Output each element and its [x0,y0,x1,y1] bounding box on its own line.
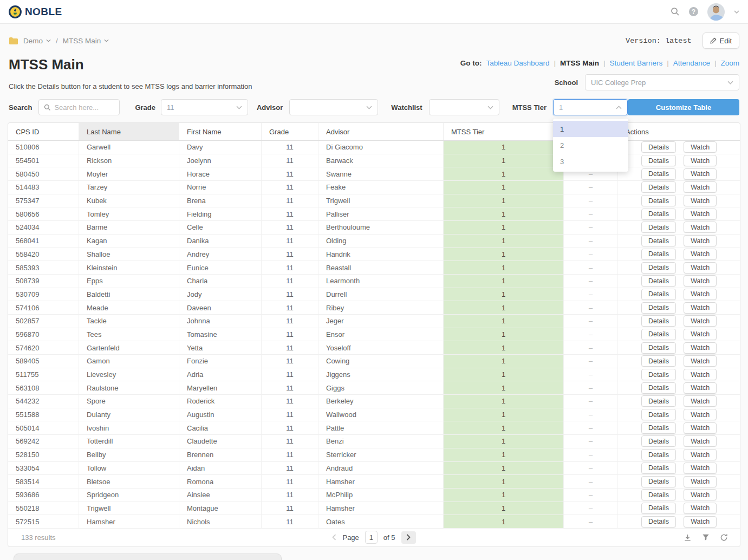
goto-link-zoom[interactable]: Zoom [720,59,739,67]
watch-button[interactable]: Watch [684,422,717,434]
help-icon[interactable]: ? [689,7,698,16]
watch-button[interactable]: Watch [684,329,717,340]
details-button[interactable]: Details [641,275,676,286]
details-button[interactable]: Details [641,141,676,153]
column-header-grade[interactable]: Grade [262,123,318,140]
watch-button[interactable]: Watch [684,209,717,220]
details-button[interactable]: Details [641,489,676,500]
column-header-actions[interactable]: Actions [618,123,740,140]
details-button[interactable]: Details [641,181,676,193]
details-button[interactable]: Details [641,249,676,260]
breadcrumb-item-demo[interactable]: Demo [23,37,51,45]
cell-actions: DetailsWatch [618,462,740,475]
watch-button[interactable]: Watch [684,302,717,314]
watch-button[interactable]: Watch [684,195,717,206]
goto-link-mtss-main[interactable]: MTSS Main [560,59,599,67]
watch-button[interactable]: Watch [684,342,717,354]
search-input[interactable] [54,103,114,112]
search-icon[interactable] [671,7,680,16]
details-button[interactable]: Details [641,516,676,528]
details-button[interactable]: Details [641,195,676,206]
watch-button[interactable]: Watch [684,262,717,274]
watch-button[interactable]: Watch [684,275,717,286]
page-number-input[interactable] [365,531,378,544]
grade-select[interactable]: 11 [161,99,248,115]
cell-advisor: Palliser [318,207,444,220]
watch-button[interactable]: Watch [684,369,717,380]
mtss-tier-option-2[interactable]: 2 [553,137,628,153]
details-button[interactable]: Details [641,315,676,327]
mtss-tier-option-3[interactable]: 3 [553,153,628,170]
details-button[interactable]: Details [641,503,676,514]
details-button[interactable]: Details [641,395,676,407]
cell-last-name: Epps [79,275,179,288]
goto-link-attendance[interactable]: Attendance [673,59,710,67]
watchlist-select[interactable] [429,99,499,115]
details-button[interactable]: Details [641,155,676,166]
details-button[interactable]: Details [641,329,676,340]
watch-button[interactable]: Watch [684,181,717,193]
mtss-tier-option-1[interactable]: 1 [553,121,628,137]
watch-button[interactable]: Watch [684,168,717,180]
filter-icon[interactable] [702,533,710,541]
watch-button[interactable]: Watch [684,503,717,514]
advisor-select[interactable] [289,99,378,115]
column-header-first-name[interactable]: First Name [179,123,262,140]
details-button[interactable]: Details [641,262,676,274]
column-header-cps-id[interactable]: CPS ID [8,123,79,140]
watch-button[interactable]: Watch [684,382,717,394]
details-button[interactable]: Details [641,463,676,474]
details-button[interactable]: Details [641,422,676,434]
details-button[interactable]: Details [641,209,676,220]
details-button[interactable]: Details [641,222,676,233]
watch-button[interactable]: Watch [684,516,717,528]
watch-button[interactable]: Watch [684,155,717,166]
chevron-down-icon[interactable] [734,10,739,14]
details-button[interactable]: Details [641,369,676,380]
mtss-tier-select[interactable]: 1 [553,99,628,115]
school-select[interactable]: UIC College Prep [585,74,739,90]
details-button[interactable]: Details [641,382,676,394]
details-button[interactable]: Details [641,289,676,300]
column-header-mtss-tier[interactable]: MTSS Tier [444,123,564,140]
watch-button[interactable]: Watch [684,141,717,153]
breadcrumb-item-mtss-main[interactable]: MTSS Main [63,37,109,45]
watch-button[interactable]: Watch [684,315,717,327]
noble-logo[interactable]: NOBLE [9,5,62,18]
watch-button[interactable]: Watch [684,355,717,367]
chevron-left-icon[interactable] [332,534,336,541]
column-header-advisor[interactable]: Advisor [318,123,444,140]
watch-button[interactable]: Watch [684,435,717,447]
refresh-icon[interactable] [720,533,728,542]
details-button[interactable]: Details [641,235,676,246]
cell-first-name: Fielding [179,207,262,220]
cell-grade: 11 [262,395,318,408]
download-icon[interactable] [684,533,692,542]
column-header-last-name[interactable]: Last Name [79,123,179,140]
watch-button[interactable]: Watch [684,409,717,420]
watch-button[interactable]: Watch [684,463,717,474]
avatar[interactable] [707,3,725,21]
goto-link-tableau-dashboard[interactable]: Tableau Dashboard [486,59,549,67]
details-button[interactable]: Details [641,476,676,487]
details-button[interactable]: Details [641,342,676,354]
cell-cps-id: 569242 [8,435,79,448]
chevron-right-icon[interactable] [401,531,416,544]
customize-table-button[interactable]: Customize Table [628,99,739,115]
goto-link-student-barriers[interactable]: Student Barriers [610,59,663,67]
watch-button[interactable]: Watch [684,395,717,407]
details-button[interactable]: Details [641,168,676,180]
watch-button[interactable]: Watch [684,489,717,500]
details-button[interactable]: Details [641,435,676,447]
details-button[interactable]: Details [641,409,676,420]
watch-button[interactable]: Watch [684,476,717,487]
watch-button[interactable]: Watch [684,289,717,300]
watch-button[interactable]: Watch [684,249,717,260]
details-button[interactable]: Details [641,302,676,314]
details-button[interactable]: Details [641,355,676,367]
watch-button[interactable]: Watch [684,449,717,460]
watch-button[interactable]: Watch [684,235,717,246]
details-button[interactable]: Details [641,449,676,460]
watch-button[interactable]: Watch [684,222,717,233]
edit-button[interactable]: Edit [703,32,739,49]
